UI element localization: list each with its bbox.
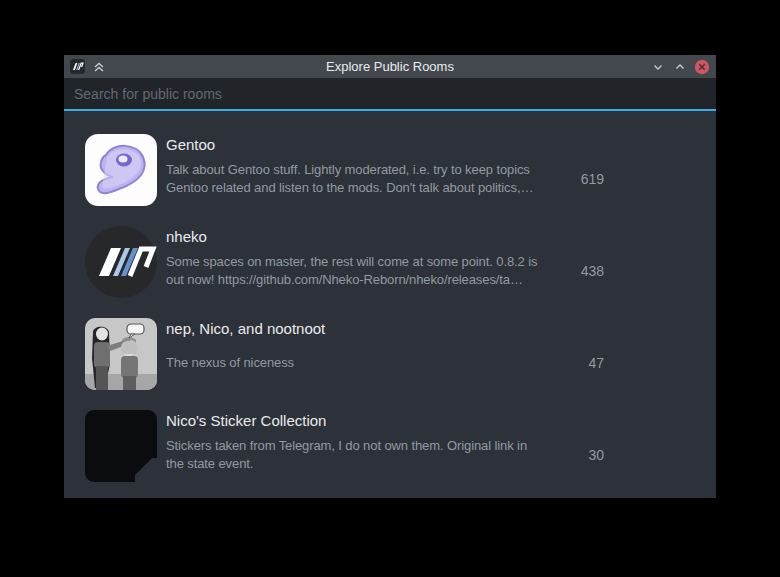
room-topic: Talk about Gentoo stuff. Lightly moderat…: [166, 161, 570, 197]
room-avatar-gentoo-logo: [85, 134, 157, 206]
double-chevron-up-icon: [93, 61, 105, 73]
search-bar: [64, 78, 716, 111]
explore-public-rooms-window: Explore Public Rooms: [64, 55, 716, 498]
window-title: Explore Public Rooms: [64, 59, 716, 74]
close-icon: [694, 59, 710, 75]
room-avatar-grayscale-photo: [85, 318, 157, 390]
close-button[interactable]: [694, 59, 710, 75]
room-name: nheko: [166, 227, 604, 247]
room-list: Gentoo Talk about Gentoo stuff. Lightly …: [64, 111, 716, 498]
room-row-nicos-sticker-collection[interactable]: Nico's Sticker Collection Stickers taken…: [64, 400, 716, 492]
room-avatar-black-sticker: [85, 410, 157, 482]
room-avatar-nheko-logo: [85, 226, 157, 298]
room-member-count: 30: [570, 447, 604, 463]
room-row-nep-nico-nootnoot[interactable]: nep, Nico, and nootnoot The nexus of nic…: [64, 308, 716, 400]
keep-above-button[interactable]: [91, 59, 107, 75]
titlebar[interactable]: Explore Public Rooms: [64, 55, 716, 78]
room-topic: The nexus of niceness: [166, 354, 570, 372]
room-member-count: 438: [570, 263, 604, 279]
room-row-gentoo[interactable]: Gentoo Talk about Gentoo stuff. Lightly …: [64, 124, 716, 216]
room-member-count: 47: [570, 355, 604, 371]
room-row-nheko[interactable]: nheko Some spaces on master, the rest wi…: [64, 216, 716, 308]
room-name: Nico's Sticker Collection: [166, 411, 604, 431]
room-member-count: 619: [570, 171, 604, 187]
room-topic: Some spaces on master, the rest will com…: [166, 253, 570, 289]
room-name: Gentoo: [166, 135, 604, 155]
room-topic: Stickers taken from Telegram, I do not o…: [166, 437, 570, 473]
nheko-app-icon: [70, 59, 85, 74]
chevron-down-icon: [652, 61, 664, 73]
minimize-button[interactable]: [650, 59, 666, 75]
chevron-up-icon: [674, 61, 686, 73]
search-input[interactable]: [64, 78, 716, 109]
maximize-button[interactable]: [672, 59, 688, 75]
room-name: nep, Nico, and nootnoot: [166, 319, 604, 339]
